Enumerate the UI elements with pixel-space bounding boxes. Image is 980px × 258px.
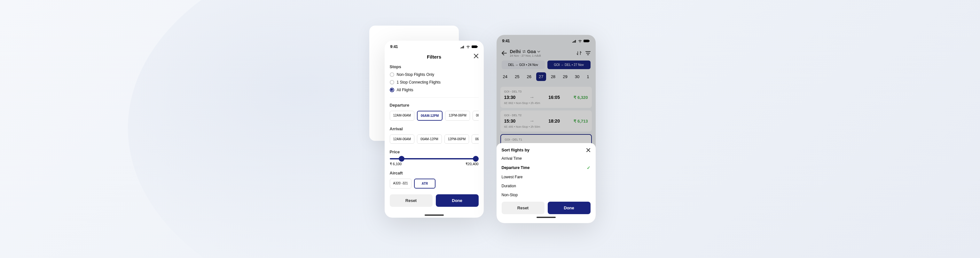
date-25[interactable]: 25 <box>512 72 522 81</box>
flight-header: Delhi Goa 24 Nov - 27 Nov, 1 Adult <box>496 46 596 61</box>
aircraft-atr[interactable]: ATR <box>414 179 436 189</box>
price-title: Price <box>390 149 479 154</box>
sort-nonstop[interactable]: Non-Stop <box>502 193 590 197</box>
price-labels: ₹ 6,100 ₹20,400 <box>390 162 479 166</box>
flight-times: 15:30 → 18:20 ₹ 6,713 <box>504 118 588 124</box>
done-button[interactable]: Done <box>548 202 590 214</box>
wifi-icon <box>466 45 470 48</box>
arr-time: 16:05 <box>548 95 560 100</box>
date-28[interactable]: 28 <box>548 72 558 81</box>
filters-header: Filters <box>385 51 484 64</box>
arr-chip-1[interactable]: 12AM-06AM <box>390 135 415 144</box>
dep-chip-3[interactable]: 12PM-06PM <box>445 111 470 121</box>
slider-thumb-max[interactable] <box>473 156 479 162</box>
radio-all[interactable]: All Flights <box>390 88 479 92</box>
check-icon: ✓ <box>587 165 590 170</box>
sort-arrival[interactable]: Arrival Time <box>502 156 590 161</box>
flight-times: 13:30 → 16:05 ₹ 6,320 <box>504 95 588 100</box>
date-1[interactable]: 1 <box>584 72 592 81</box>
radio-onestop[interactable]: 1 Stop Connecting Flights <box>390 80 479 85</box>
radio-icon <box>390 88 394 92</box>
radio-nonstop[interactable]: Non-Stop Flights Only <box>390 72 479 77</box>
aircraft-title: Aircaft <box>390 171 479 175</box>
radio-icon <box>390 80 394 85</box>
route-tabs: DEL → GOI • 24 Nov GOI → DEL • 27 Nov <box>496 61 596 72</box>
tab-return[interactable]: GOI → DEL • 27 Nov <box>547 61 590 69</box>
sort-buttons: Reset Done <box>502 202 590 214</box>
radio-label: All Flights <box>397 88 414 92</box>
flight-card[interactable]: GOI - DEL T2 15:30 → 18:20 ₹ 6,713 6E 48… <box>500 111 592 131</box>
filter-icon[interactable] <box>585 51 590 55</box>
sort-departure[interactable]: Departure Time ✓ <box>502 165 590 170</box>
flight-card[interactable]: GOI - DEL T3 13:30 → 16:05 ₹ 6,320 6E 88… <box>500 87 592 108</box>
status-icons <box>460 45 478 48</box>
svg-rect-1 <box>477 46 478 47</box>
date-24[interactable]: 24 <box>500 72 510 81</box>
sort-duration[interactable]: Duration <box>502 184 590 188</box>
back-icon[interactable] <box>502 51 507 55</box>
date-row: 24 25 26 27 28 29 30 1 <box>496 72 596 84</box>
close-icon[interactable] <box>586 148 590 152</box>
departure-chips: 12AM-06AM 06AM-12PM 12PM-06PM 06P <box>390 111 479 121</box>
filter-buttons: Reset Done <box>390 194 479 207</box>
flight-price: ₹ 6,713 <box>574 119 588 123</box>
sort-fare[interactable]: Lowest Fare <box>502 175 590 179</box>
radio-label: 1 Stop Connecting Flights <box>397 80 441 85</box>
flight-route: GOI - DEL T2 <box>504 114 588 117</box>
swap-icon <box>522 50 526 53</box>
sort-header: Sort flights by <box>502 147 590 152</box>
price-min: ₹ 6,100 <box>390 162 402 166</box>
dep-chip-1[interactable]: 12AM-06AM <box>390 111 415 121</box>
route-info: Delhi Goa 24 Nov - 27 Nov, 1 Adult <box>510 49 573 57</box>
dep-time: 13:30 <box>504 95 516 100</box>
dep-chip-2[interactable]: 06AM-12PM <box>417 111 442 121</box>
arrival-title: Arrival <box>390 127 479 131</box>
status-icons <box>572 39 590 43</box>
arr-chip-3[interactable]: 12PM-06PM <box>444 135 469 144</box>
sort-title: Sort flights by <box>502 147 530 152</box>
date-29[interactable]: 29 <box>560 72 570 81</box>
aircraft-a320[interactable]: A320 -321 <box>390 179 412 189</box>
price-max: ₹20,400 <box>466 162 479 166</box>
arrow-icon: → <box>530 95 535 100</box>
done-button[interactable]: Done <box>436 194 479 207</box>
dep-time: 15:30 <box>504 119 516 123</box>
chevron-down-icon[interactable] <box>537 51 540 53</box>
sort-list: Arrival Time Departure Time ✓ Lowest Far… <box>502 156 590 197</box>
to-city: Goa <box>527 49 536 54</box>
close-icon[interactable] <box>474 53 479 59</box>
date-27[interactable]: 27 <box>536 72 546 81</box>
signal-icon <box>572 39 576 43</box>
arr-time: 18:20 <box>548 119 560 123</box>
date-30[interactable]: 30 <box>572 72 582 81</box>
battery-icon <box>472 45 478 48</box>
svg-rect-0 <box>472 45 477 48</box>
slider-thumb-min[interactable] <box>399 156 404 162</box>
flight-route: GOI - DEL T3 <box>504 90 588 93</box>
stops-title: Stops <box>390 64 479 69</box>
status-bar: 9:41 <box>496 35 596 46</box>
date-26[interactable]: 26 <box>524 72 534 81</box>
radio-label: Non-Stop Flights Only <box>397 72 434 77</box>
filters-screen: 9:41 Filters Stops Non-Stop Flights Only… <box>385 41 484 218</box>
tab-outbound[interactable]: DEL → GOI • 24 Nov <box>502 61 545 69</box>
arr-chip-2[interactable]: 06AM-12PM <box>417 135 442 144</box>
dep-chip-4[interactable]: 06P <box>473 111 479 121</box>
flight-route: GOI - DEL T1 <box>505 138 587 141</box>
reset-button[interactable]: Reset <box>390 194 433 207</box>
home-indicator <box>425 215 444 216</box>
from-city: Delhi <box>510 49 521 54</box>
signal-icon <box>460 45 465 48</box>
svg-rect-2 <box>584 40 589 42</box>
price-slider[interactable] <box>390 158 479 159</box>
arrow-icon: → <box>530 118 535 124</box>
battery-icon <box>584 39 590 43</box>
route-title: Delhi Goa <box>510 49 573 54</box>
header-icons <box>576 51 590 55</box>
sort-label: Duration <box>502 184 516 188</box>
sort-icon[interactable] <box>576 51 582 55</box>
arr-chip-4[interactable]: 06P <box>472 135 478 144</box>
reset-button[interactable]: Reset <box>502 202 544 214</box>
home-indicator <box>536 217 556 218</box>
flight-meta: 6E 485 • Non-Stop • 2h 50m <box>504 125 588 128</box>
